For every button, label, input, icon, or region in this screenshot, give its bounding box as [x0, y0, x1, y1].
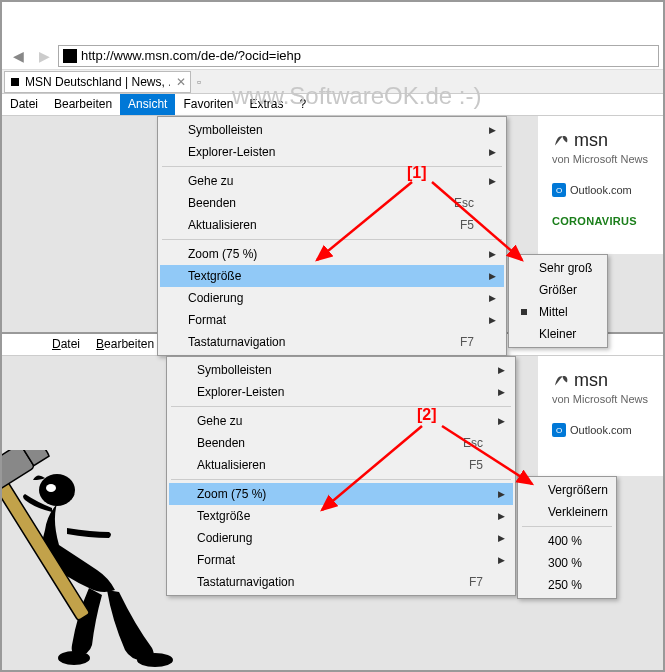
textsize-submenu: Sehr großGrößerMittelKleiner: [508, 254, 608, 348]
submenu-arrow-icon: ▶: [498, 533, 505, 543]
sidebar-2: [2, 356, 42, 672]
menu-item-label: Aktualisieren: [197, 458, 266, 472]
menu-item[interactable]: Codierung▶: [160, 287, 504, 309]
submenu-arrow-icon: ▶: [489, 315, 496, 325]
menu-item[interactable]: TastaturnavigationF7: [169, 571, 513, 593]
menu-item-label: Beenden: [197, 436, 245, 450]
tab-favicon: [9, 76, 21, 88]
msn-brand: msn: [574, 130, 608, 151]
new-tab-button[interactable]: ▫: [191, 75, 207, 89]
menu-item-label: Tastaturnavigation: [197, 575, 294, 589]
view-dropdown-2: Symbolleisten▶Explorer-Leisten▶Gehe zu▶B…: [166, 356, 516, 596]
menu-item-label: Vergrößern: [548, 483, 608, 497]
menu-item[interactable]: Größer: [511, 279, 605, 301]
menu-shortcut: F7: [460, 335, 474, 349]
menu-item[interactable]: Sehr groß: [511, 257, 605, 279]
menu-item[interactable]: Mittel: [511, 301, 605, 323]
menu-item[interactable]: Symbolleisten▶: [169, 359, 513, 381]
menu-item[interactable]: 300 %: [520, 552, 614, 574]
msn-logo: msn: [552, 130, 653, 151]
menu-datei[interactable]: Datei: [2, 94, 46, 115]
menu-separator: [522, 526, 612, 527]
coronavirus-link[interactable]: CORONAVIRUS: [552, 215, 653, 227]
selected-bullet-icon: [521, 309, 527, 315]
menu-item[interactable]: Gehe zu▶: [169, 410, 513, 432]
submenu-arrow-icon: ▶: [498, 511, 505, 521]
menu-item[interactable]: Format▶: [169, 549, 513, 571]
menu-favoriten[interactable]: Favoriten: [175, 94, 241, 115]
menu-item-label: 250 %: [548, 578, 582, 592]
menu-separator: [171, 406, 511, 407]
outlook-link[interactable]: O Outlook.com: [552, 183, 653, 197]
menu-item[interactable]: Symbolleisten▶: [160, 119, 504, 141]
browser-tab[interactable]: MSN Deutschland | News, ... ✕: [4, 71, 191, 93]
submenu-arrow-icon: ▶: [489, 271, 496, 281]
url-input[interactable]: [81, 48, 654, 63]
back-button[interactable]: ◀: [6, 45, 30, 67]
outlook-icon: O: [552, 183, 566, 197]
menu-item-label: Aktualisieren: [188, 218, 257, 232]
menu-item[interactable]: Zoom (75 %)▶: [160, 243, 504, 265]
forward-button[interactable]: ▶: [32, 45, 56, 67]
menu-item-label: Codierung: [188, 291, 243, 305]
menu-item[interactable]: Textgröße▶: [169, 505, 513, 527]
msn-panel-2: msn von Microsoft News O Outlook.com: [538, 356, 663, 476]
menu-item-label: Textgröße: [188, 269, 241, 283]
menu-item[interactable]: TastaturnavigationF7: [160, 331, 504, 353]
menu-item[interactable]: Datei: [44, 334, 88, 355]
submenu-arrow-icon: ▶: [489, 293, 496, 303]
submenu-arrow-icon: ▶: [489, 176, 496, 186]
menu-shortcut: F7: [469, 575, 483, 589]
menu-item-label: Mittel: [539, 305, 568, 319]
menu-item-label: Sehr groß: [539, 261, 592, 275]
menu-item[interactable]: AktualisierenF5: [160, 214, 504, 236]
menu-item-label: Kleiner: [539, 327, 576, 341]
menu-item-label: 300 %: [548, 556, 582, 570]
menu-help[interactable]: ?: [291, 94, 314, 115]
menu-item[interactable]: Bearbeiten: [88, 334, 162, 355]
zoom-submenu: VergrößernVerkleinern400 %300 %250 %: [517, 476, 617, 599]
menu-item[interactable]: 400 %: [520, 530, 614, 552]
menu-item-label: Verkleinern: [548, 505, 608, 519]
menu-item-label: Größer: [539, 283, 577, 297]
menu-item-label: Gehe zu: [188, 174, 233, 188]
menu-item[interactable]: Verkleinern: [520, 501, 614, 523]
url-field[interactable]: [58, 45, 659, 67]
tab-title: MSN Deutschland | News, ...: [25, 75, 170, 89]
menu-separator: [162, 239, 502, 240]
menu-item[interactable]: Zoom (75 %)▶: [169, 483, 513, 505]
menu-separator: [162, 166, 502, 167]
menu-item-label: Zoom (75 %): [188, 247, 257, 261]
menu-bearbeiten[interactable]: Bearbeiten: [46, 94, 120, 115]
submenu-arrow-icon: ▶: [489, 125, 496, 135]
menu-shortcut: Esc: [463, 436, 483, 450]
submenu-arrow-icon: ▶: [489, 147, 496, 157]
menu-item-label: Textgröße: [197, 509, 250, 523]
menu-item[interactable]: Explorer-Leisten▶: [169, 381, 513, 403]
sidebar: [2, 116, 42, 332]
menu-item[interactable]: AktualisierenF5: [169, 454, 513, 476]
menu-item[interactable]: Kleiner: [511, 323, 605, 345]
menu-item-label: 400 %: [548, 534, 582, 548]
menu-separator: [171, 479, 511, 480]
menu-item[interactable]: 250 %: [520, 574, 614, 596]
outlook-link-2[interactable]: O Outlook.com: [552, 423, 653, 437]
menu-ansicht[interactable]: Ansicht: [120, 94, 175, 115]
menu-item[interactable]: BeendenEsc: [169, 432, 513, 454]
menu-item[interactable]: BeendenEsc: [160, 192, 504, 214]
menu-item[interactable]: Textgröße▶: [160, 265, 504, 287]
menu-item-label: Zoom (75 %): [197, 487, 266, 501]
submenu-arrow-icon: ▶: [498, 416, 505, 426]
menu-extras[interactable]: Extras: [241, 94, 291, 115]
menu-item[interactable]: Format▶: [160, 309, 504, 331]
submenu-arrow-icon: ▶: [498, 365, 505, 375]
menu-shortcut: F5: [460, 218, 474, 232]
menu-item[interactable]: Vergrößern: [520, 479, 614, 501]
menu-item-label: Beenden: [188, 196, 236, 210]
view-dropdown: Symbolleisten▶Explorer-Leisten▶Gehe zu▶B…: [157, 116, 507, 356]
menu-item[interactable]: Gehe zu▶: [160, 170, 504, 192]
menu-bar: Datei Bearbeiten Ansicht Favoriten Extra…: [2, 94, 663, 116]
menu-item[interactable]: Codierung▶: [169, 527, 513, 549]
menu-item[interactable]: Explorer-Leisten▶: [160, 141, 504, 163]
close-tab-icon[interactable]: ✕: [176, 75, 186, 89]
